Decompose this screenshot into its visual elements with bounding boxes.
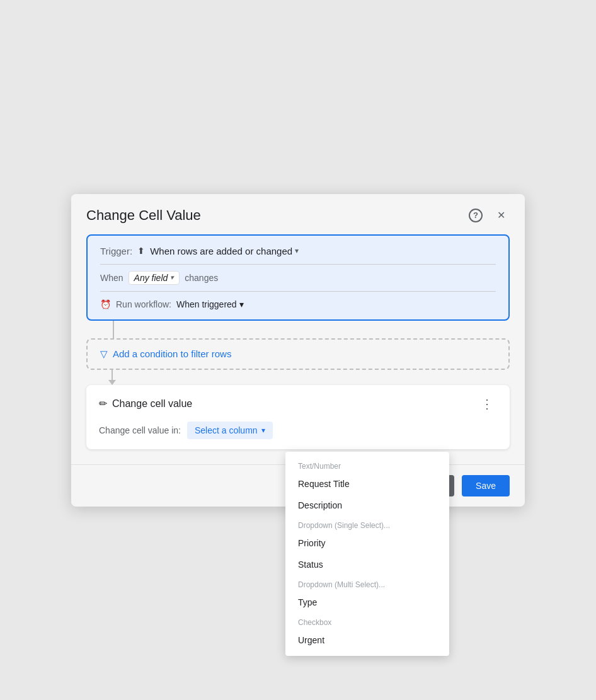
trigger-dropdown[interactable]: When rows are added or changed ▾ <box>150 246 299 256</box>
action-title: Change cell value <box>112 398 192 410</box>
action-title-row: ✏ Change cell value <box>99 398 192 410</box>
action-row: Change cell value in: Select a column ▾ <box>99 422 497 439</box>
trigger-label: Trigger: <box>100 246 132 256</box>
connector-1 <box>86 321 510 338</box>
workflow-chevron: ▾ <box>239 299 244 309</box>
help-icon: ? <box>469 209 483 222</box>
trigger-divider-2 <box>100 291 496 292</box>
action-block: ✏ Change cell value ⋮ Change cell value … <box>86 385 510 449</box>
header-icons: ? ✕ <box>467 207 510 224</box>
changes-text: changes <box>185 273 218 283</box>
dialog-body: Trigger: ⬆ When rows are added or change… <box>71 234 525 464</box>
dialog-header: Change Cell Value ? ✕ <box>71 194 525 234</box>
filter-text: Add a condition to filter rows <box>113 348 231 359</box>
run-workflow-label: Run workflow: <box>116 299 171 309</box>
workflow-dropdown[interactable]: When triggered ▾ <box>176 299 244 309</box>
when-label: When <box>100 273 123 283</box>
close-icon: ✕ <box>497 209 505 221</box>
dropdown-group-checkbox: Checkbox <box>285 613 449 629</box>
close-button[interactable]: ✕ <box>492 207 510 224</box>
arrow-head <box>108 380 116 385</box>
arrow-line <box>112 370 113 380</box>
dialog-title: Change Cell Value <box>86 207 201 224</box>
field-pill[interactable]: Any field ▾ <box>129 271 180 285</box>
connector-line-1 <box>113 321 114 338</box>
trigger-divider <box>100 264 496 265</box>
pencil-icon: ✏ <box>99 398 107 410</box>
column-select-label: Select a column <box>195 425 258 435</box>
dropdown-group-single-select: Dropdown (Single Select)... <box>285 516 449 532</box>
trigger-workflow-row: ⏰ Run workflow: When triggered ▾ <box>100 299 496 309</box>
dropdown-group-text-number: Text/Number <box>285 457 449 473</box>
dialog: Change Cell Value ? ✕ Trigger: ⬆ When ro… <box>71 194 525 507</box>
dropdown-item-description[interactable]: Description <box>285 495 449 516</box>
dropdown-item-priority[interactable]: Priority <box>285 532 449 554</box>
column-dropdown-menu: Text/Number Request Title Description Dr… <box>285 452 449 656</box>
trigger-chevron: ▾ <box>295 246 299 255</box>
clock-icon: ⏰ <box>100 299 111 309</box>
help-button[interactable]: ? <box>467 207 484 224</box>
dropdown-item-status[interactable]: Status <box>285 554 449 575</box>
trigger-block: Trigger: ⬆ When rows are added or change… <box>86 234 510 321</box>
trigger-when-row: When Any field ▾ changes <box>100 271 496 285</box>
column-select-button[interactable]: Select a column ▾ <box>187 422 273 439</box>
dropdown-item-type[interactable]: Type <box>285 592 449 613</box>
field-label: Any field <box>134 273 168 283</box>
column-select-chevron: ▾ <box>261 426 265 435</box>
more-options-icon[interactable]: ⋮ <box>477 395 497 413</box>
workflow-text: When triggered <box>176 299 237 309</box>
action-header: ✏ Change cell value ⋮ <box>99 395 497 413</box>
save-button[interactable]: Save <box>462 475 510 496</box>
arrow-connector <box>86 370 510 385</box>
upload-icon: ⬆ <box>137 246 145 256</box>
filter-block[interactable]: ▽ Add a condition to filter rows <box>86 338 510 370</box>
trigger-row: Trigger: ⬆ When rows are added or change… <box>100 246 496 256</box>
dropdown-item-request-title[interactable]: Request Title <box>285 473 449 495</box>
trigger-text: When rows are added or changed <box>150 246 292 256</box>
field-chevron: ▾ <box>170 273 174 282</box>
dropdown-item-urgent[interactable]: Urgent <box>285 629 449 651</box>
dropdown-group-multi-select: Dropdown (Multi Select)... <box>285 575 449 592</box>
action-label: Change cell value in: <box>99 425 181 435</box>
filter-icon: ▽ <box>100 348 108 360</box>
